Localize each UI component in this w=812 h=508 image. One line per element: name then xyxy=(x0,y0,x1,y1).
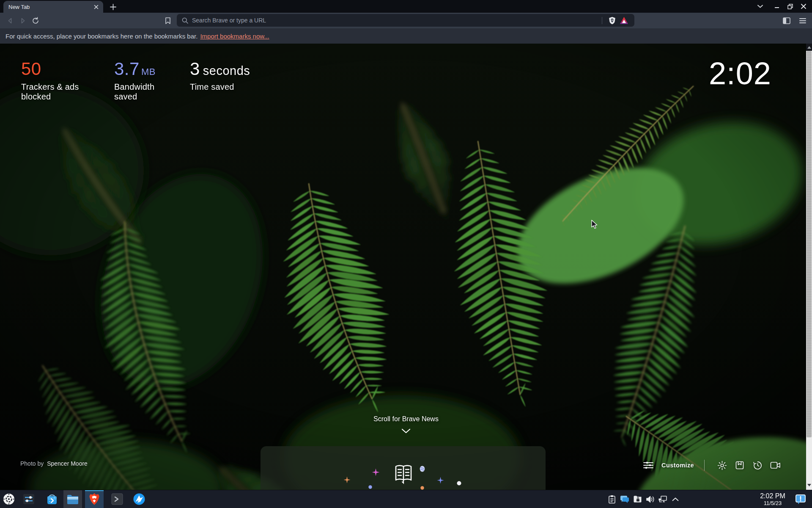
system-settings-icon xyxy=(23,494,35,505)
dot-orange-icon xyxy=(420,486,424,490)
shields-stats: 50 Trackers & ads blocked 3.7MB Bandwidt… xyxy=(21,60,274,102)
stat-bandwidth-value: 3.7 xyxy=(114,59,140,79)
expand-tray-chevron-icon[interactable] xyxy=(669,493,682,505)
tab-new-tab[interactable]: New Tab xyxy=(3,1,103,13)
brave-news-prompt: Scroll for Brave News xyxy=(0,415,812,423)
folder-icon xyxy=(66,494,79,505)
new-tab-page: 50 Trackers & ads blocked 3.7MB Bandwidt… xyxy=(0,44,812,490)
customize-toolbar: Customize xyxy=(639,458,784,472)
video-camera-icon[interactable] xyxy=(770,460,781,471)
scrollbar-thumb[interactable] xyxy=(807,51,812,437)
taskbar-time: 2:02 PM xyxy=(760,492,785,500)
stat-time-value: 3 xyxy=(190,59,200,79)
system-settings-button[interactable] xyxy=(19,490,38,508)
stat-trackers-label: Trackers & ads blocked xyxy=(21,82,102,102)
messages-icon[interactable] xyxy=(618,493,631,505)
urlbar-separator xyxy=(602,17,602,24)
sidebar-toggle-icon[interactable] xyxy=(780,14,793,27)
notifications-button[interactable] xyxy=(795,494,806,506)
ntp-clock: 2:02 xyxy=(709,55,771,91)
stat-time-saved: 3seconds Time saved xyxy=(190,60,262,102)
import-bookmarks-link[interactable]: Import bookmarks now... xyxy=(200,33,269,40)
stat-trackers-blocked: 50 Trackers & ads blocked xyxy=(21,60,102,102)
photo-credit-prefix: Photo by xyxy=(20,460,44,467)
stat-bandwidth-unit: MB xyxy=(141,66,156,77)
app-launcher-button[interactable] xyxy=(0,490,18,508)
tab-title: New Tab xyxy=(8,4,92,10)
customize-button[interactable]: Customize xyxy=(661,462,694,469)
taskbar: 2:02 PM 11/5/23 xyxy=(0,490,812,508)
taskbar-clock[interactable]: 2:02 PM 11/5/23 xyxy=(756,490,789,508)
customize-sliders-icon[interactable] xyxy=(643,460,654,471)
window-restore-button[interactable] xyxy=(785,0,796,13)
falkon-browser-button[interactable] xyxy=(130,490,148,508)
sparkle-orange-icon xyxy=(343,476,351,483)
stat-trackers-value: 50 xyxy=(21,59,41,79)
history-clock-icon[interactable] xyxy=(752,460,763,471)
notification-icon xyxy=(795,494,806,505)
window-minimize-button[interactable] xyxy=(771,0,782,13)
page-scrollbar[interactable] xyxy=(806,44,812,490)
system-tray xyxy=(606,490,682,508)
chevron-down-icon[interactable] xyxy=(400,427,412,435)
kde-launcher-icon xyxy=(3,493,15,505)
terminal-icon xyxy=(111,493,123,505)
address-bar[interactable]: Search Brave or type a URL xyxy=(177,14,634,27)
file-manager-button[interactable] xyxy=(63,490,82,508)
photo-credit: Photo by Spencer Moore xyxy=(20,460,88,467)
bookmarks-bar: For quick access, place your bookmarks h… xyxy=(0,28,812,44)
bookmark-flag-icon[interactable] xyxy=(162,14,174,27)
network-icon[interactable] xyxy=(656,493,669,505)
photo-credit-author-link[interactable]: Spencer Moore xyxy=(47,460,88,467)
open-book-icon xyxy=(392,463,415,485)
dot-striped-icon xyxy=(420,466,425,472)
sparkle-magenta-icon xyxy=(372,468,380,476)
brave-rewards-bat-icon[interactable] xyxy=(617,17,630,25)
menu-hamburger-icon[interactable] xyxy=(796,14,809,27)
dot-periwinkle-icon xyxy=(368,485,372,489)
bookmarks-saved-icon[interactable] xyxy=(734,460,745,471)
brave-icon xyxy=(88,492,100,506)
new-tab-button[interactable] xyxy=(108,2,118,11)
bookmarks-bar-message: For quick access, place your bookmarks h… xyxy=(5,33,198,40)
discover-bag-icon xyxy=(46,493,58,505)
brave-shields-icon[interactable] xyxy=(606,17,617,25)
stat-time-label: Time saved xyxy=(190,82,262,92)
tab-strip: New Tab xyxy=(0,0,812,13)
address-bar-placeholder: Search Brave or type a URL xyxy=(192,17,598,24)
volume-icon[interactable] xyxy=(644,493,656,505)
brave-news-widget[interactable] xyxy=(261,446,546,490)
tab-search-chevron-icon[interactable] xyxy=(754,0,765,13)
stat-bandwidth-saved: 3.7MB Bandwidth saved xyxy=(114,60,178,102)
customize-separator xyxy=(704,460,705,471)
brave-browser-button[interactable] xyxy=(85,490,104,508)
scrollbar-down-arrow[interactable] xyxy=(806,482,812,488)
forward-button[interactable] xyxy=(16,14,29,27)
falkon-icon xyxy=(133,493,145,505)
tab-close-icon[interactable] xyxy=(92,3,100,11)
taskbar-date: 11/5/23 xyxy=(764,500,782,506)
back-button[interactable] xyxy=(4,14,16,27)
vault-lock-icon[interactable] xyxy=(631,493,644,505)
scrollbar-up-arrow[interactable] xyxy=(806,44,812,51)
discover-store-button[interactable] xyxy=(43,490,61,508)
sparkle-blue-icon xyxy=(437,477,444,484)
dot-white-icon xyxy=(457,481,461,486)
window-close-button[interactable] xyxy=(798,0,809,13)
terminal-button[interactable] xyxy=(108,490,126,508)
settings-gear-icon[interactable] xyxy=(716,460,727,471)
stat-bandwidth-label: Bandwidth saved xyxy=(114,82,178,102)
stat-time-unit: seconds xyxy=(203,64,250,77)
search-icon xyxy=(182,17,188,24)
clipboard-icon[interactable] xyxy=(606,493,618,505)
reload-button[interactable] xyxy=(29,14,42,27)
